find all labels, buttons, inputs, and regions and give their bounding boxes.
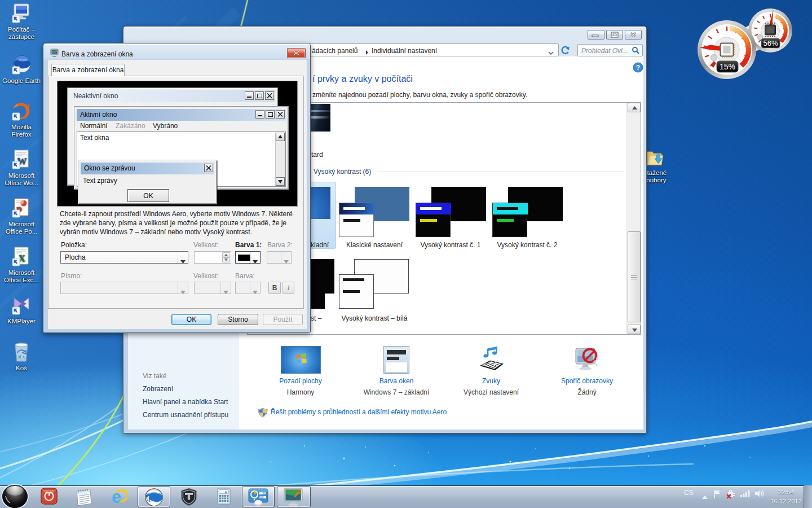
svg-text:56%: 56% [763,39,778,47]
svg-text:15%: 15% [720,62,735,71]
svg-text:?: ? [636,64,640,72]
svg-text:0: 0 [224,491,227,494]
